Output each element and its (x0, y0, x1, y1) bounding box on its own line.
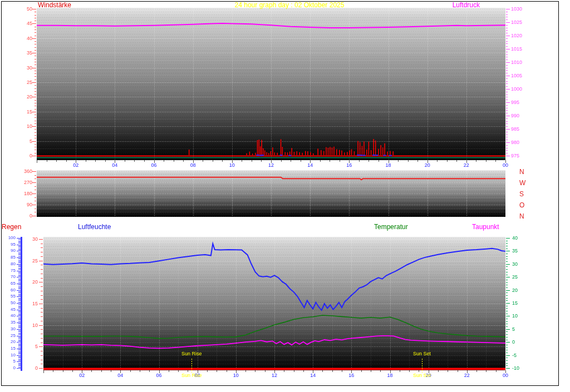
pressure-axis-label: 990 (511, 113, 528, 118)
humidity-axis-label: 50 (3, 301, 16, 305)
time-axis-label: 20 (421, 163, 434, 168)
wind-axis-label: 30 (18, 66, 32, 71)
temp-axis-label: 20 (512, 288, 525, 293)
time-axis-label: 22 (460, 163, 473, 168)
temp-axis-label: 25 (512, 275, 525, 280)
taupunkt-title: Taupunkt (472, 224, 499, 230)
pressure-axis-label: 1000 (511, 87, 528, 92)
humidity-axis-label: 30 (3, 327, 16, 331)
compass-letter: S (519, 191, 528, 197)
weather-graph-page: { "window": {"width": 1024, "height": 70… (0, 0, 570, 392)
regen-title: Regen (2, 224, 21, 230)
pressure-axis-label: 1005 (511, 73, 528, 78)
humidity-axis-label: 75 (3, 269, 16, 273)
wind-axis-label: 5 (18, 139, 32, 144)
time-axis-label: 02 (69, 163, 82, 168)
humidity-axis-label: 60 (3, 288, 16, 292)
temp-axis-label: 15 (512, 301, 525, 306)
pressure-axis-label: 1020 (511, 33, 528, 38)
time-axis-label: 14 (306, 373, 320, 378)
time-axis-label: 14 (303, 163, 317, 168)
temp-axis-label: -10 (512, 366, 525, 371)
pressure-axis-label: 1010 (511, 60, 528, 65)
pressure-axis-label: 1030 (511, 7, 528, 12)
pressure-axis-label: 1025 (511, 20, 528, 25)
direction-axis-label: 270 (18, 180, 32, 185)
wind-axis-label: 35 (18, 51, 32, 56)
wind-axis-label: 45 (18, 21, 32, 26)
humidity-axis-label: 25 (3, 334, 16, 338)
temp-axis-label: 0 (512, 340, 525, 345)
time-axis-label: 04 (108, 163, 121, 168)
luftdruck-title: Luftdruck (424, 2, 480, 8)
wind-axis-label: 50 (18, 7, 32, 12)
time-axis-label: 18 (384, 373, 397, 378)
pressure-axis-label: 980 (511, 140, 528, 145)
wind-axis-label: 10 (18, 124, 32, 129)
wind-axis-label: 25 (18, 80, 32, 85)
humidity-axis-label: 80 (3, 262, 16, 266)
humidity-axis-label: 5 (3, 359, 16, 364)
sunset-axis-label: Sun Set (405, 373, 439, 378)
temp-axis-label: 5 (512, 327, 525, 332)
time-axis-label: 22 (460, 373, 474, 378)
time-axis-label: 12 (268, 373, 281, 378)
direction-axis-label: 180 (18, 191, 32, 196)
time-axis-label: 00 (499, 373, 512, 378)
rain-axis-label: 15 (24, 301, 38, 306)
humidity-axis-label: 10 (3, 353, 16, 358)
graph-title: 24 hour graph day : 02 Oktober 2025 (156, 2, 423, 8)
pressure-axis-label: 985 (511, 127, 528, 132)
humidity-axis-label: 45 (3, 307, 16, 312)
humidity-axis-label: 55 (3, 294, 16, 299)
compass-letter: N (519, 168, 528, 175)
rain-axis-label: 5 (24, 344, 38, 349)
compass-letter: O (519, 202, 528, 209)
humidity-axis-label: 20 (3, 340, 16, 344)
sunrise-axis-label: Sun Rise (175, 373, 208, 378)
humidity-axis-label: 35 (3, 320, 16, 325)
time-axis-label: 06 (148, 163, 161, 168)
time-axis-label: 18 (382, 163, 395, 168)
temp-axis-label: 30 (512, 262, 525, 267)
humidity-axis-label: 40 (3, 314, 16, 318)
time-axis-label: 06 (153, 373, 166, 378)
humidity-axis-label: 70 (3, 275, 16, 279)
rain-axis-label: 25 (24, 259, 38, 264)
temp-axis-label: 40 (512, 236, 525, 241)
time-axis-label: 00 (499, 163, 512, 168)
labels-layer: Windstärke 24 hour graph day : 02 Oktobe… (0, 0, 570, 392)
rain-axis-label: 30 (24, 237, 38, 242)
direction-axis-label: 0 (18, 214, 32, 219)
time-axis-label: 02 (75, 373, 89, 378)
rain-axis-label: 10 (24, 323, 38, 328)
wind-axis-label: 0 (18, 153, 32, 158)
sunset-plot-label: Sun Set (405, 351, 439, 356)
time-axis-label: 12 (264, 163, 278, 168)
windstaerke-title: Windstärke (38, 2, 71, 8)
temp-axis-label: 10 (512, 314, 525, 319)
humidity-axis-label: 0 (3, 366, 16, 370)
temp-axis-label: 35 (512, 249, 525, 254)
humidity-axis-label: 100 (3, 236, 16, 240)
pressure-axis-label: 975 (511, 153, 528, 158)
time-axis-label: 04 (114, 373, 127, 378)
direction-axis-label: 360 (18, 169, 32, 174)
temp-axis-label: -5 (512, 353, 525, 358)
humidity-axis-label: 65 (3, 281, 16, 286)
temperatur-title: Temperatur (374, 224, 408, 230)
pressure-axis-label: 995 (511, 100, 528, 105)
time-axis-label: 16 (342, 163, 356, 168)
time-axis-label: 16 (345, 373, 358, 378)
rain-axis-label: 20 (24, 280, 38, 285)
humidity-axis-label: 95 (3, 242, 16, 247)
wind-axis-label: 15 (18, 110, 32, 115)
wind-axis-label: 40 (18, 36, 32, 41)
time-axis-label: 10 (225, 163, 239, 168)
humidity-axis-label: 15 (3, 346, 16, 351)
pressure-axis-label: 1015 (511, 47, 528, 52)
compass-letter: W (519, 180, 528, 186)
luftfeuchte-title: Luftfeuchte (78, 224, 111, 230)
humidity-axis-label: 90 (3, 249, 16, 253)
time-axis-label: 08 (186, 163, 200, 168)
